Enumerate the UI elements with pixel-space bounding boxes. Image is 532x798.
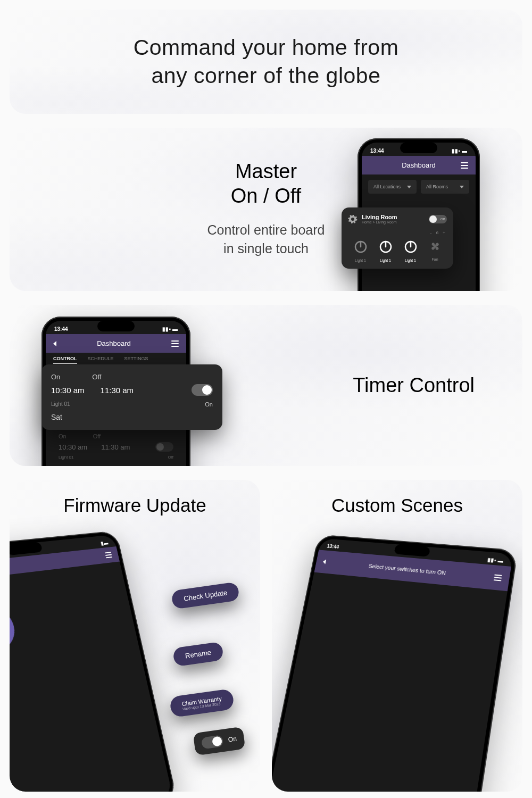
rooms-dropdown[interactable]: All Rooms	[421, 180, 469, 194]
master-phone: 13:44 ▮▮▪ ▬ Dashboard All Locations	[358, 138, 480, 291]
timer-phone: 13:44 ▮▮▪ ▬ Dashboard CONTROL SCHEDULE S…	[41, 317, 190, 466]
master-card: Master On / Off Control entire board in …	[10, 128, 522, 291]
timer-row-faded: On Off 10:30 am 11:30 am Light 01 Off	[46, 428, 186, 465]
app-header: Dashboard	[46, 334, 186, 353]
firmware-title: Firmware Update	[10, 495, 260, 516]
scenes-title: Custom Scenes	[272, 495, 522, 516]
on-time: 10:30 am	[51, 386, 85, 395]
phone-notch	[97, 321, 135, 331]
tab-settings[interactable]: SETTINGS	[124, 356, 148, 364]
signal-icon: ▮▮▪	[162, 326, 171, 332]
light-button-3[interactable]: Light 1	[403, 239, 418, 262]
master-toggle[interactable]: On Off	[429, 215, 447, 223]
light-button-1[interactable]: Light 1	[353, 239, 368, 262]
signal-icon: ▮▮▪	[452, 148, 460, 154]
firmware-card: Firmware Update ▮▬ SETTINGS	[10, 480, 260, 792]
signal-icon: ▮▮▪	[487, 557, 496, 563]
chevron-down-icon	[460, 186, 464, 188]
off-time: 11:30 am	[101, 386, 134, 395]
menu-icon[interactable]	[461, 162, 468, 169]
on-label: On	[51, 373, 60, 381]
locations-dropdown[interactable]: All Locations	[368, 180, 417, 194]
menu-icon[interactable]	[105, 552, 112, 558]
fan-icon	[428, 239, 442, 253]
device-card: Living Room Home > Living Room On Off - …	[342, 207, 453, 269]
timer-toggle[interactable]	[192, 384, 213, 396]
hero-card: Command your home from any corner of the…	[10, 10, 522, 114]
firmware-progress: 60%	[10, 603, 21, 658]
device-room-name: Living Room Home > Living Room	[362, 214, 425, 224]
battery-icon: ▬	[462, 148, 467, 154]
battery-icon: ▬	[497, 558, 504, 563]
battery-icon: ▮▬	[101, 540, 109, 546]
device-breadcrumb: Home > Living Room	[362, 220, 425, 224]
status-time: 13:44	[54, 326, 68, 332]
firmware-toggle[interactable]: On	[193, 727, 246, 756]
gear-icon[interactable]	[348, 214, 358, 224]
fan-speed-control[interactable]: - 6 +	[348, 230, 447, 235]
scenes-card: Custom Scenes 13:44 ▮▮▪▬ Select your swi…	[272, 480, 522, 792]
tabs: CONTROL SCHEDULE SETTINGS	[46, 356, 186, 364]
app-title: Dashboard	[377, 161, 461, 169]
app-header: Dashboard	[362, 156, 476, 174]
status-time: 13:44	[327, 544, 339, 550]
battery-icon: ▬	[172, 326, 178, 332]
scenes-phone: 13:44 ▮▮▪▬ Select your switches to turn …	[272, 534, 518, 792]
toggle-state: On	[205, 401, 213, 408]
timer-day: Sat	[51, 413, 213, 421]
chevron-down-icon	[407, 186, 411, 188]
toggle-knob	[429, 215, 437, 223]
check-update-button[interactable]: Check Update	[171, 581, 240, 609]
light-button-2[interactable]: Light 1	[378, 239, 393, 262]
fan-button[interactable]: Fan	[428, 239, 442, 262]
rename-button[interactable]: Rename	[172, 642, 224, 667]
timer-title: Timer Control	[353, 374, 475, 397]
claim-warranty-button[interactable]: Claim Warranty Valid upto 13 Mar 2023	[169, 688, 235, 718]
tab-control[interactable]: CONTROL	[53, 356, 77, 364]
timer-schedule-card: On Off 10:30 am 11:30 am Light 01 On Sat	[41, 364, 222, 430]
off-label: Off	[92, 373, 101, 381]
timer-card-section: Timer Control 13:44 ▮▮▪ ▬ Dashboard	[10, 305, 522, 466]
timer-device: Light 01	[51, 401, 70, 408]
menu-icon[interactable]	[494, 575, 502, 581]
app-title: Dashboard	[56, 339, 171, 347]
firmware-phone: ▮▬ SETTINGS 60% SSID:	[10, 530, 177, 792]
tab-schedule[interactable]: SCHEDULE	[88, 356, 114, 364]
phone-notch	[400, 143, 437, 153]
status-time: 13:44	[370, 148, 384, 154]
timer-toggle-off[interactable]	[155, 442, 173, 452]
menu-icon[interactable]	[171, 340, 179, 347]
hero-title: Command your home from any corner of the…	[134, 34, 399, 90]
